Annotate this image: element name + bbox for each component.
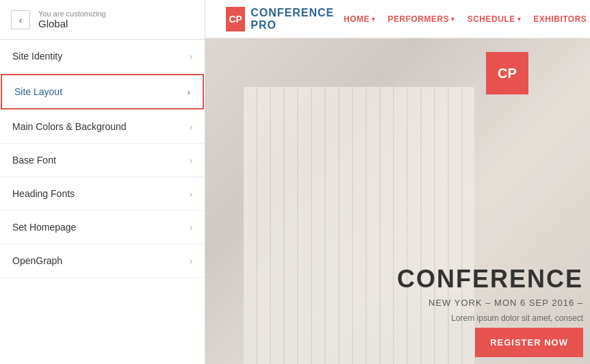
menu-item-label: Site Identity: [12, 51, 62, 62]
customizer-info: You are customizing Global: [38, 10, 106, 29]
hero-section: CP CONFERENCE NEW YORK – MON 6 SEP 2016 …: [205, 38, 590, 364]
nav-bar: HOME ▾ PERFORMERS ▾ SCHEDULE ▾ EXHIBITOR…: [339, 12, 590, 27]
nav-item-performers[interactable]: PERFORMERS ▾: [384, 12, 459, 27]
hero-content: CONFERENCE NEW YORK – MON 6 SEP 2016 – L…: [397, 265, 583, 323]
chevron-right-icon: ›: [190, 189, 192, 199]
menu-item-opengraph[interactable]: OpenGraph ›: [0, 244, 205, 278]
nav-item-home[interactable]: HOME ▾: [339, 12, 380, 27]
customizing-value: Global: [38, 18, 106, 29]
menu-list: Site Identity › Site Layout › Main Color…: [0, 40, 205, 364]
nav-chevron-icon: ▾: [372, 16, 376, 23]
customizer-header: ‹ You are customizing Global: [0, 0, 205, 40]
back-icon: ‹: [19, 14, 23, 25]
logo-area: CP CONFERENCE PRO: [226, 7, 339, 31]
customizer-panel: ‹ You are customizing Global Site Identi…: [0, 0, 205, 364]
nav-item-schedule[interactable]: SCHEDULE ▾: [463, 12, 526, 27]
menu-item-label: Base Font: [12, 155, 56, 166]
nav-chevron-icon: ▾: [451, 16, 455, 23]
cp-badge: CP: [486, 52, 528, 94]
chevron-right-icon: ›: [188, 87, 190, 97]
customizing-label: You are customizing: [38, 10, 106, 18]
menu-item-label: OpenGraph: [12, 255, 62, 266]
register-button[interactable]: REGISTER NOW: [475, 328, 583, 357]
hero-title: CONFERENCE: [397, 265, 583, 294]
hero-date: NEW YORK – MON 6 SEP 2016 –: [397, 298, 583, 308]
nav-label: PERFORMERS: [388, 14, 450, 24]
chevron-right-icon: ›: [190, 155, 192, 166]
menu-item-label: Heading Fonts: [12, 188, 75, 199]
logo-initials: CP: [229, 14, 242, 25]
logo-box: CP: [226, 7, 245, 31]
menu-item-main-colors[interactable]: Main Colors & Background ›: [0, 110, 205, 144]
back-button[interactable]: ‹: [11, 10, 30, 29]
chevron-right-icon: ›: [190, 51, 192, 62]
menu-item-set-homepage[interactable]: Set Homepage ›: [0, 211, 205, 244]
nav-label: SCHEDULE: [467, 14, 515, 24]
nav-chevron-icon: ▾: [517, 16, 522, 23]
chevron-right-icon: ›: [190, 256, 192, 266]
chevron-right-icon: ›: [190, 222, 192, 233]
menu-item-label: Main Colors & Background: [12, 121, 127, 132]
preview-header: CP CONFERENCE PRO HOME ▾ PERFORMERS ▾ SC…: [205, 0, 590, 38]
menu-item-label: Site Layout: [14, 86, 62, 97]
hero-description: Lorem ipsum dolor sit amet, consect: [397, 313, 583, 323]
menu-item-site-identity[interactable]: Site Identity ›: [0, 40, 205, 73]
nav-label: HOME: [344, 14, 370, 24]
menu-item-heading-fonts[interactable]: Heading Fonts ›: [0, 177, 205, 211]
logo-text: CONFERENCE PRO: [251, 7, 339, 31]
menu-item-site-layout[interactable]: Site Layout ›: [1, 74, 204, 109]
chevron-right-icon: ›: [190, 122, 192, 132]
nav-item-exhibitors[interactable]: EXHIBITORS: [529, 12, 590, 27]
nav-label: EXHIBITORS: [533, 14, 587, 24]
menu-item-base-font[interactable]: Base Font ›: [0, 144, 205, 177]
preview-panel: CP CONFERENCE PRO HOME ▾ PERFORMERS ▾ SC…: [205, 0, 590, 364]
menu-item-label: Set Homepage: [12, 222, 76, 233]
